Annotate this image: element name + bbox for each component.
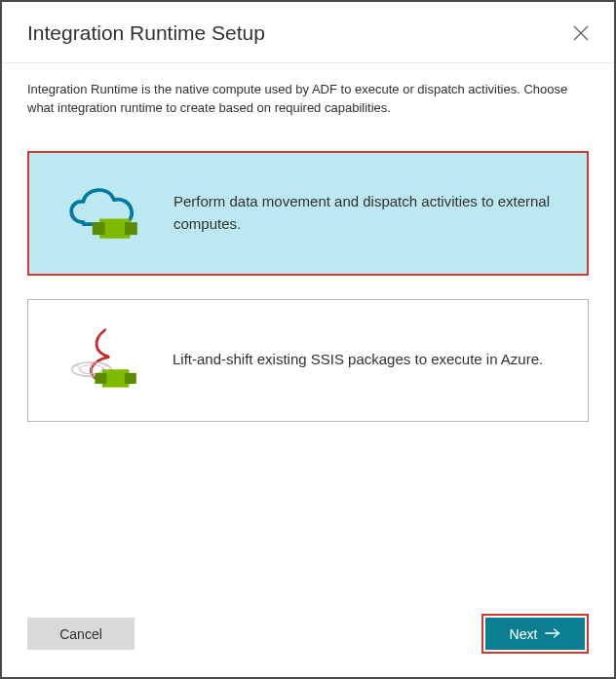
next-button-label: Next	[510, 626, 538, 642]
arrow-right-icon	[545, 626, 560, 642]
option-data-movement[interactable]: Perform data movement and dispatch activ…	[27, 151, 589, 276]
ssis-icon	[56, 321, 145, 399]
option-label: Perform data movement and dispatch activ…	[173, 191, 559, 235]
cancel-button[interactable]: Cancel	[27, 618, 135, 650]
intro-text: Integration Runtime is the native comput…	[27, 81, 589, 118]
next-button-highlight: Next	[481, 614, 589, 654]
option-ssis[interactable]: Lift-and-shift existing SSIS packages to…	[27, 299, 589, 422]
dialog-window: Integration Runtime Setup Integration Ru…	[0, 0, 616, 679]
svg-rect-12	[125, 373, 136, 384]
cloud-compute-icon	[57, 174, 146, 252]
dialog-title: Integration Runtime Setup	[27, 21, 265, 45]
next-button[interactable]: Next	[485, 618, 585, 650]
svg-rect-11	[95, 373, 106, 384]
dialog-header: Integration Runtime Setup	[2, 2, 614, 63]
dialog-footer: Cancel Next	[2, 614, 614, 677]
dialog-body: Integration Runtime is the native comput…	[2, 63, 614, 614]
close-icon[interactable]	[573, 25, 589, 41]
svg-rect-3	[93, 222, 105, 235]
option-label: Lift-and-shift existing SSIS packages to…	[173, 349, 543, 371]
svg-rect-4	[125, 222, 137, 235]
